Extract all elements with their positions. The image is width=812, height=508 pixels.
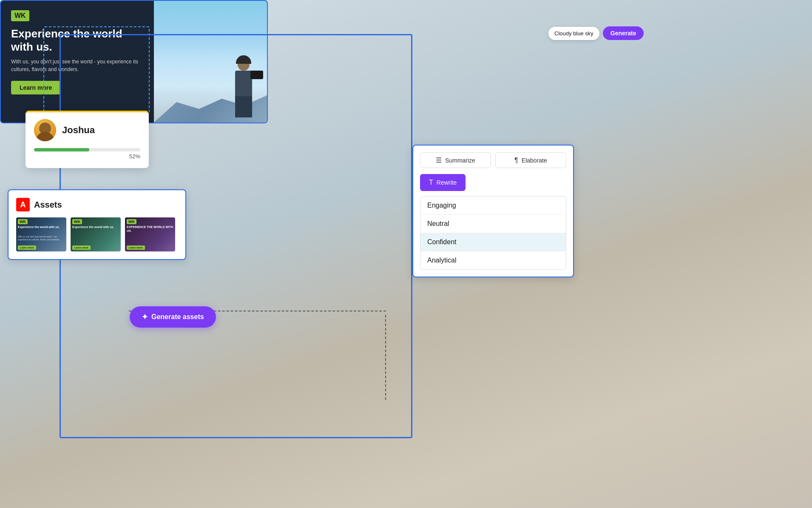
tone-options-list: Engaging Neutral Confident Analytical <box>420 196 566 270</box>
photographer-figure <box>224 59 263 123</box>
figure-head <box>238 59 250 71</box>
elaborate-button[interactable]: ¶ Elaborate <box>495 152 566 168</box>
ai-tools-panel: ☰ Summarize ¶ Elaborate T Rewrite Engagi… <box>412 145 574 277</box>
rewrite-button[interactable]: T Rewrite <box>420 174 466 191</box>
banner-logo: WK <box>11 10 29 21</box>
progress-bar-fill <box>34 148 89 151</box>
generate-assets-button[interactable]: ✦ Generate assets <box>130 306 216 328</box>
summarize-button[interactable]: ☰ Summarize <box>420 152 491 168</box>
dashed-line-v1 <box>385 315 386 400</box>
thumb-logo-1: WK <box>18 219 28 224</box>
generate-assets-label: Generate assets <box>151 313 204 321</box>
assets-card: A Assets WK Experience the world with us… <box>8 189 186 260</box>
ai-tools-buttons: ☰ Summarize ¶ Elaborate <box>420 152 566 168</box>
banner-headline: Experience the world with us. <box>11 27 144 54</box>
sparkle-icon: ✦ <box>142 312 148 322</box>
camera-icon <box>250 71 263 79</box>
profile-card: Joshua 52% <box>26 111 149 168</box>
banner-body: With us, you don't just see the world - … <box>11 58 144 73</box>
image-label: Cloudy blue sky <box>548 27 599 40</box>
summarize-icon: ☰ <box>436 156 442 164</box>
rewrite-icon: T <box>429 179 433 186</box>
figure-body <box>235 71 252 96</box>
banner-photo <box>154 1 267 123</box>
list-item[interactable]: WK EXPERIENCE THE WORLD WITH US. Learn m… <box>125 217 175 251</box>
progress-bar-bg <box>34 148 140 151</box>
elaborate-icon: ¶ <box>514 157 518 164</box>
figure-legs <box>235 96 252 117</box>
option-engaging[interactable]: Engaging <box>420 197 566 215</box>
progress-label: 52% <box>34 153 140 160</box>
banner-cta-button[interactable]: Learn more <box>11 81 60 94</box>
elaborate-label: Elaborate <box>522 157 547 164</box>
banner-sky-bg <box>154 1 267 123</box>
assets-thumbnails: WK Experience the world with us. With us… <box>16 217 178 251</box>
thumb-cta-1: Learn more <box>18 245 36 250</box>
progress-container: 52% <box>34 148 140 160</box>
rewrite-label: Rewrite <box>437 179 457 186</box>
thumb-logo-3: WK <box>127 219 136 224</box>
assets-title: Assets <box>34 200 62 210</box>
thumb-body-1: With us, you don't just see the world - … <box>18 235 65 241</box>
banner-generate-button[interactable]: Generate <box>603 26 644 40</box>
thumb-logo-2: WK <box>72 219 82 224</box>
option-analytical[interactable]: Analytical <box>420 251 566 269</box>
summarize-label: Summarize <box>445 157 475 164</box>
adobe-icon-letter: A <box>20 200 26 209</box>
thumb-text-3: EXPERIENCE THE WORLD WITH US. <box>127 225 173 233</box>
option-confident[interactable]: Confident <box>420 233 566 251</box>
thumb-cta-2: Learn more <box>72 245 91 250</box>
option-neutral[interactable]: Neutral <box>420 215 566 233</box>
list-item[interactable]: WK Experience the world with us. Learn m… <box>71 217 121 251</box>
banner-content: WK Experience the world with us. With us… <box>1 1 154 123</box>
thumb-cta-3: Learn more <box>127 245 145 250</box>
thumb-text-1: Experience the world with us. <box>18 225 65 229</box>
adobe-icon: A <box>16 198 30 211</box>
list-item[interactable]: WK Experience the world with us. With us… <box>16 217 66 251</box>
avatar <box>34 119 56 141</box>
profile-name: Joshua <box>62 125 95 136</box>
assets-header: A Assets <box>16 198 178 211</box>
travel-banner-card: WK Experience the world with us. With us… <box>0 0 268 123</box>
thumb-text-2: Experience the world with us. <box>72 225 119 229</box>
